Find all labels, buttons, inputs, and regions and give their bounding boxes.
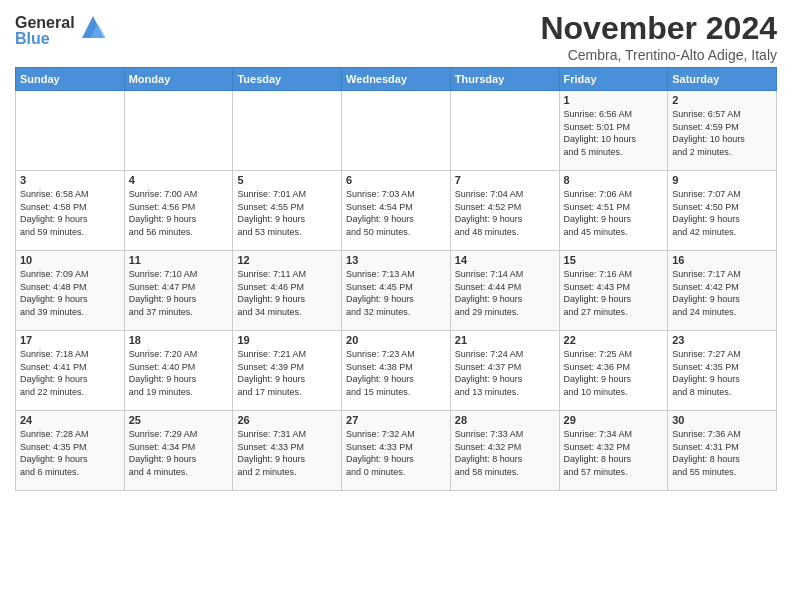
- day-cell: 18Sunrise: 7:20 AM Sunset: 4:40 PM Dayli…: [124, 331, 233, 411]
- calendar-table: SundayMondayTuesdayWednesdayThursdayFrid…: [15, 67, 777, 491]
- day-cell: 29Sunrise: 7:34 AM Sunset: 4:32 PM Dayli…: [559, 411, 668, 491]
- day-number: 20: [346, 334, 446, 346]
- day-cell: 19Sunrise: 7:21 AM Sunset: 4:39 PM Dayli…: [233, 331, 342, 411]
- day-cell: [124, 91, 233, 171]
- day-cell: [233, 91, 342, 171]
- day-cell: 2Sunrise: 6:57 AM Sunset: 4:59 PM Daylig…: [668, 91, 777, 171]
- day-info: Sunrise: 7:25 AM Sunset: 4:36 PM Dayligh…: [564, 348, 664, 398]
- logo: General Blue: [15, 14, 108, 49]
- day-number: 25: [129, 414, 229, 426]
- week-row-2: 3Sunrise: 6:58 AM Sunset: 4:58 PM Daylig…: [16, 171, 777, 251]
- day-cell: [16, 91, 125, 171]
- day-cell: 10Sunrise: 7:09 AM Sunset: 4:48 PM Dayli…: [16, 251, 125, 331]
- day-number: 1: [564, 94, 664, 106]
- day-cell: 8Sunrise: 7:06 AM Sunset: 4:51 PM Daylig…: [559, 171, 668, 251]
- day-info: Sunrise: 7:24 AM Sunset: 4:37 PM Dayligh…: [455, 348, 555, 398]
- day-number: 30: [672, 414, 772, 426]
- day-number: 12: [237, 254, 337, 266]
- day-cell: 9Sunrise: 7:07 AM Sunset: 4:50 PM Daylig…: [668, 171, 777, 251]
- day-cell: 7Sunrise: 7:04 AM Sunset: 4:52 PM Daylig…: [450, 171, 559, 251]
- day-info: Sunrise: 7:16 AM Sunset: 4:43 PM Dayligh…: [564, 268, 664, 318]
- day-info: Sunrise: 7:29 AM Sunset: 4:34 PM Dayligh…: [129, 428, 229, 478]
- logo-text: General Blue: [15, 14, 108, 49]
- day-info: Sunrise: 7:31 AM Sunset: 4:33 PM Dayligh…: [237, 428, 337, 478]
- day-info: Sunrise: 7:32 AM Sunset: 4:33 PM Dayligh…: [346, 428, 446, 478]
- logo-line2: Blue: [15, 30, 75, 48]
- day-cell: 6Sunrise: 7:03 AM Sunset: 4:54 PM Daylig…: [342, 171, 451, 251]
- day-number: 24: [20, 414, 120, 426]
- day-number: 19: [237, 334, 337, 346]
- day-number: 11: [129, 254, 229, 266]
- month-title: November 2024: [540, 10, 777, 47]
- day-info: Sunrise: 7:00 AM Sunset: 4:56 PM Dayligh…: [129, 188, 229, 238]
- day-number: 7: [455, 174, 555, 186]
- subtitle: Cembra, Trentino-Alto Adige, Italy: [540, 47, 777, 63]
- logo-icon: [78, 12, 108, 46]
- day-info: Sunrise: 7:18 AM Sunset: 4:41 PM Dayligh…: [20, 348, 120, 398]
- day-cell: 21Sunrise: 7:24 AM Sunset: 4:37 PM Dayli…: [450, 331, 559, 411]
- day-cell: 12Sunrise: 7:11 AM Sunset: 4:46 PM Dayli…: [233, 251, 342, 331]
- day-cell: 23Sunrise: 7:27 AM Sunset: 4:35 PM Dayli…: [668, 331, 777, 411]
- day-cell: 25Sunrise: 7:29 AM Sunset: 4:34 PM Dayli…: [124, 411, 233, 491]
- day-info: Sunrise: 6:57 AM Sunset: 4:59 PM Dayligh…: [672, 108, 772, 158]
- header: General Blue November 2024 Cembra, Trent…: [15, 10, 777, 63]
- day-cell: 24Sunrise: 7:28 AM Sunset: 4:35 PM Dayli…: [16, 411, 125, 491]
- day-info: Sunrise: 7:06 AM Sunset: 4:51 PM Dayligh…: [564, 188, 664, 238]
- day-info: Sunrise: 7:27 AM Sunset: 4:35 PM Dayligh…: [672, 348, 772, 398]
- week-row-3: 10Sunrise: 7:09 AM Sunset: 4:48 PM Dayli…: [16, 251, 777, 331]
- day-number: 4: [129, 174, 229, 186]
- day-info: Sunrise: 7:03 AM Sunset: 4:54 PM Dayligh…: [346, 188, 446, 238]
- day-info: Sunrise: 6:58 AM Sunset: 4:58 PM Dayligh…: [20, 188, 120, 238]
- day-info: Sunrise: 6:56 AM Sunset: 5:01 PM Dayligh…: [564, 108, 664, 158]
- header-cell-saturday: Saturday: [668, 68, 777, 91]
- header-cell-friday: Friday: [559, 68, 668, 91]
- day-cell: [342, 91, 451, 171]
- title-block: November 2024 Cembra, Trentino-Alto Adig…: [540, 10, 777, 63]
- header-cell-wednesday: Wednesday: [342, 68, 451, 91]
- day-number: 5: [237, 174, 337, 186]
- day-number: 9: [672, 174, 772, 186]
- day-number: 6: [346, 174, 446, 186]
- day-cell: 1Sunrise: 6:56 AM Sunset: 5:01 PM Daylig…: [559, 91, 668, 171]
- header-cell-thursday: Thursday: [450, 68, 559, 91]
- day-info: Sunrise: 7:01 AM Sunset: 4:55 PM Dayligh…: [237, 188, 337, 238]
- day-number: 18: [129, 334, 229, 346]
- day-info: Sunrise: 7:21 AM Sunset: 4:39 PM Dayligh…: [237, 348, 337, 398]
- day-cell: 26Sunrise: 7:31 AM Sunset: 4:33 PM Dayli…: [233, 411, 342, 491]
- day-number: 3: [20, 174, 120, 186]
- week-row-4: 17Sunrise: 7:18 AM Sunset: 4:41 PM Dayli…: [16, 331, 777, 411]
- header-cell-monday: Monday: [124, 68, 233, 91]
- day-cell: 20Sunrise: 7:23 AM Sunset: 4:38 PM Dayli…: [342, 331, 451, 411]
- day-number: 8: [564, 174, 664, 186]
- day-number: 28: [455, 414, 555, 426]
- header-cell-sunday: Sunday: [16, 68, 125, 91]
- day-info: Sunrise: 7:17 AM Sunset: 4:42 PM Dayligh…: [672, 268, 772, 318]
- day-cell: 14Sunrise: 7:14 AM Sunset: 4:44 PM Dayli…: [450, 251, 559, 331]
- calendar-header: SundayMondayTuesdayWednesdayThursdayFrid…: [16, 68, 777, 91]
- day-number: 23: [672, 334, 772, 346]
- day-cell: 22Sunrise: 7:25 AM Sunset: 4:36 PM Dayli…: [559, 331, 668, 411]
- day-info: Sunrise: 7:23 AM Sunset: 4:38 PM Dayligh…: [346, 348, 446, 398]
- day-number: 29: [564, 414, 664, 426]
- day-info: Sunrise: 7:28 AM Sunset: 4:35 PM Dayligh…: [20, 428, 120, 478]
- day-info: Sunrise: 7:36 AM Sunset: 4:31 PM Dayligh…: [672, 428, 772, 478]
- week-row-5: 24Sunrise: 7:28 AM Sunset: 4:35 PM Dayli…: [16, 411, 777, 491]
- day-cell: 3Sunrise: 6:58 AM Sunset: 4:58 PM Daylig…: [16, 171, 125, 251]
- day-number: 17: [20, 334, 120, 346]
- day-cell: 27Sunrise: 7:32 AM Sunset: 4:33 PM Dayli…: [342, 411, 451, 491]
- header-row: SundayMondayTuesdayWednesdayThursdayFrid…: [16, 68, 777, 91]
- day-cell: 13Sunrise: 7:13 AM Sunset: 4:45 PM Dayli…: [342, 251, 451, 331]
- day-info: Sunrise: 7:20 AM Sunset: 4:40 PM Dayligh…: [129, 348, 229, 398]
- day-number: 16: [672, 254, 772, 266]
- day-number: 13: [346, 254, 446, 266]
- day-cell: 30Sunrise: 7:36 AM Sunset: 4:31 PM Dayli…: [668, 411, 777, 491]
- day-cell: 11Sunrise: 7:10 AM Sunset: 4:47 PM Dayli…: [124, 251, 233, 331]
- day-number: 22: [564, 334, 664, 346]
- day-info: Sunrise: 7:14 AM Sunset: 4:44 PM Dayligh…: [455, 268, 555, 318]
- day-cell: 15Sunrise: 7:16 AM Sunset: 4:43 PM Dayli…: [559, 251, 668, 331]
- day-number: 26: [237, 414, 337, 426]
- day-number: 21: [455, 334, 555, 346]
- day-number: 15: [564, 254, 664, 266]
- day-cell: 28Sunrise: 7:33 AM Sunset: 4:32 PM Dayli…: [450, 411, 559, 491]
- day-info: Sunrise: 7:04 AM Sunset: 4:52 PM Dayligh…: [455, 188, 555, 238]
